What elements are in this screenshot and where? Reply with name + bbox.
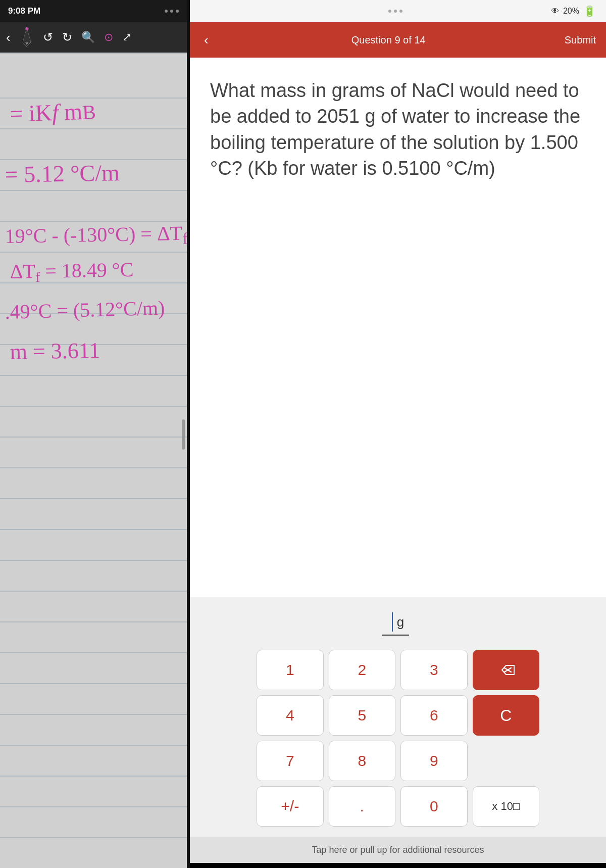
- svg-marker-1: [23, 28, 31, 44]
- scroll-handle[interactable]: [182, 419, 185, 450]
- svg-text:ΔTf = 18.49 °C: ΔTf = 18.49 °C: [10, 258, 134, 285]
- battery-percent: 20%: [563, 7, 579, 16]
- right-status-right: 👁 20% 🔋: [551, 5, 596, 17]
- pencil-icon[interactable]: [20, 27, 34, 47]
- selection-icon[interactable]: ⤢: [122, 31, 131, 44]
- backspace-button[interactable]: [473, 650, 540, 690]
- rdot-3: [399, 10, 402, 13]
- question-counter: Question 9 of 14: [351, 34, 426, 46]
- status-dot-1: [165, 10, 168, 13]
- back-icon[interactable]: ‹: [6, 30, 11, 45]
- submit-button[interactable]: Submit: [565, 34, 596, 46]
- key-4[interactable]: 4: [257, 695, 324, 736]
- search-icon[interactable]: 🔍: [81, 31, 95, 44]
- key-x10[interactable]: x 10□: [473, 786, 540, 827]
- backspace-icon: [497, 663, 515, 677]
- quiz-header: ‹ Question 9 of 14 Submit: [190, 22, 606, 58]
- battery-icon: 🔋: [583, 5, 596, 17]
- clear-button[interactable]: C: [473, 695, 540, 736]
- status-dot-3: [176, 10, 179, 13]
- key-0[interactable]: 0: [400, 786, 468, 827]
- answer-section: g 1 2 3 4 5 6 C 7: [190, 597, 606, 837]
- key-empty: [473, 741, 540, 781]
- marker-icon[interactable]: ⊙: [104, 31, 113, 44]
- key-decimal[interactable]: .: [329, 786, 396, 827]
- answer-unit: g: [397, 614, 404, 630]
- answer-input-row: g: [200, 612, 596, 636]
- svg-text:m = 3.611: m = 3.611: [10, 338, 100, 364]
- eye-icon: 👁: [551, 7, 559, 16]
- rdot-1: [388, 10, 391, 13]
- redo-icon[interactable]: ↻: [62, 30, 72, 44]
- key-plusminus[interactable]: +/-: [257, 786, 324, 827]
- undo-icon[interactable]: ↺: [43, 30, 53, 44]
- notes-content[interactable]: = iKf mB = 5.12 °C/m 19°C - (-130°C) = Δ…: [0, 53, 187, 868]
- answer-underline: [382, 635, 409, 636]
- question-area: What mass in grams of NaCl would need to…: [190, 58, 606, 597]
- right-status-dots: [388, 10, 402, 13]
- handwriting-overlay: = iKf mB = 5.12 °C/m 19°C - (-130°C) = Δ…: [0, 53, 187, 868]
- left-status-bar: 9:08 PM: [0, 0, 187, 22]
- svg-rect-4: [26, 27, 28, 30]
- key-3[interactable]: 3: [400, 650, 468, 690]
- resources-bar[interactable]: Tap here or pull up for additional resou…: [190, 837, 606, 863]
- status-dots: [165, 10, 179, 13]
- key-1[interactable]: 1: [257, 650, 324, 690]
- bottom-bar: [190, 863, 606, 868]
- svg-text:19°C - (-130°C) = ΔTf: 19°C - (-130°C) = ΔTf: [5, 222, 187, 251]
- key-6[interactable]: 6: [400, 695, 468, 736]
- right-status-bar: 👁 20% 🔋: [190, 0, 606, 22]
- left-panel: 9:08 PM ‹ ↺ ↻ 🔍 ⊙ ⤢: [0, 0, 187, 868]
- svg-text:= iKf mB: = iKf mB: [10, 98, 96, 127]
- svg-text:.49°C = (5.12°C/m): .49°C = (5.12°C/m): [5, 297, 165, 323]
- right-panel: 👁 20% 🔋 ‹ Question 9 of 14 Submit What m…: [190, 0, 606, 868]
- status-time: 9:08 PM: [8, 6, 40, 16]
- question-text: What mass in grams of NaCl would need to…: [210, 78, 586, 181]
- key-7[interactable]: 7: [257, 741, 324, 781]
- key-8[interactable]: 8: [329, 741, 396, 781]
- svg-text:= 5.12 °C/m: = 5.12 °C/m: [5, 160, 120, 187]
- key-5[interactable]: 5: [329, 695, 396, 736]
- resources-text: Tap here or pull up for additional resou…: [312, 845, 484, 855]
- answer-cursor: [392, 612, 393, 632]
- status-dot-2: [170, 10, 173, 13]
- quiz-back-button[interactable]: ‹: [200, 28, 213, 52]
- rdot-2: [394, 10, 397, 13]
- key-9[interactable]: 9: [400, 741, 468, 781]
- keypad: 1 2 3 4 5 6 C 7 8 9 +/- .: [257, 650, 539, 827]
- left-toolbar: ‹ ↺ ↻ 🔍 ⊙ ⤢: [0, 22, 187, 53]
- key-2[interactable]: 2: [329, 650, 396, 690]
